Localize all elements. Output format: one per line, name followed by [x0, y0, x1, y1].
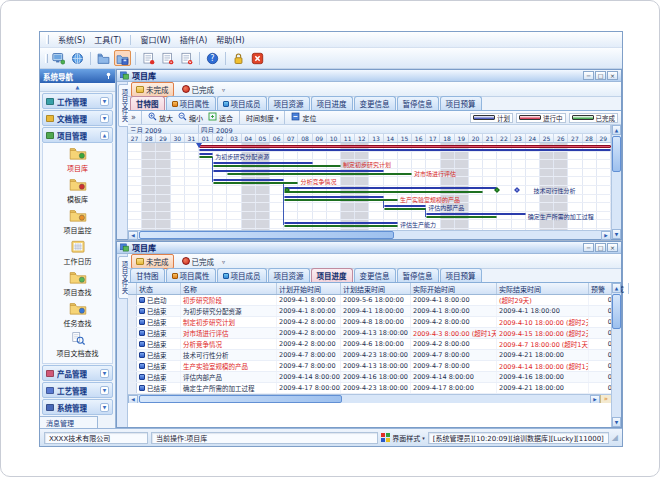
- row-selector[interactable]: [128, 383, 137, 393]
- tab-暂停信息[interactable]: 暂停信息: [397, 268, 439, 282]
- scroll-up-icon[interactable]: ▲: [612, 283, 621, 293]
- table-row[interactable]: 已结束评估内部产品2009-4-14 8:00:002009-4-16 18:0…: [128, 372, 611, 383]
- table-row[interactable]: 已结束确定生产所需的加工过程2009-4-17 8:00:002009-4-23…: [128, 383, 611, 394]
- row-selector[interactable]: [128, 317, 137, 327]
- column-header-计划开始时间[interactable]: 计划开始时间: [277, 283, 341, 294]
- zoom-out-button[interactable]: 缩小: [177, 112, 204, 123]
- column-header-实际开始时间[interactable]: 实际开始时间: [411, 283, 497, 294]
- sidebar-group[interactable]: 工艺管理▼: [42, 382, 113, 398]
- locate-button[interactable]: 定位: [290, 112, 317, 123]
- fit-button[interactable]: 适合: [207, 112, 234, 123]
- table-row[interactable]: 已结束为初步研究分配资源2009-4-1 8:00:002009-4-1 18:…: [128, 306, 611, 317]
- more-columns-icon[interactable]: »: [600, 395, 611, 403]
- sidebar-item-工作日历[interactable]: 工作日历: [43, 240, 112, 266]
- menu-item[interactable]: 窗口(W): [140, 34, 170, 45]
- report-icon-3[interactable]: [178, 50, 195, 66]
- sidebar-item-项目查找[interactable]: 项目查找: [43, 271, 112, 297]
- tab-overflow-icon[interactable]: ▿: [222, 86, 225, 93]
- resize-grip[interactable]: ◢: [612, 433, 618, 442]
- expand-icon[interactable]: ▼: [100, 369, 109, 378]
- sidebar-item-项目监控[interactable]: 项目监控: [43, 209, 112, 235]
- sidebar-group[interactable]: 工作管理▼: [42, 93, 113, 109]
- tab-项目进度[interactable]: 项目进度: [311, 96, 353, 110]
- tab-变更信息[interactable]: 变更信息: [354, 268, 396, 282]
- menu-item[interactable]: 系统(S): [58, 34, 85, 45]
- collapse-icon[interactable]: ▲: [100, 131, 109, 140]
- save-icon[interactable]: [114, 50, 131, 66]
- close-button[interactable]: ×: [607, 71, 618, 80]
- sidebar-item-项目库[interactable]: 项目库: [43, 147, 112, 173]
- gantt-hscrollbar[interactable]: ◀ ▶: [128, 230, 611, 239]
- table-row[interactable]: 已结束分析竞争情况2009-4-2 8:00:002009-4-6 18:00:…: [128, 339, 611, 350]
- expand-icon[interactable]: ▼: [100, 386, 109, 395]
- gantt-vscroll-track[interactable]: [612, 135, 621, 229]
- row-selector[interactable]: [128, 372, 137, 382]
- tab-变更信息[interactable]: 变更信息: [354, 96, 396, 110]
- gantt-vscroll-thumb[interactable]: [612, 136, 621, 172]
- report-icon-2[interactable]: [159, 50, 176, 66]
- row-selector[interactable]: [128, 306, 137, 316]
- column-header-实际结束时间[interactable]: 实际结束时间: [497, 283, 589, 294]
- table-row[interactable]: 已结束对市场进行评估2009-4-2 8:00:002009-4-13 18:0…: [128, 328, 611, 339]
- tab-未完成[interactable]: 未完成: [131, 254, 174, 269]
- tab-项目资源[interactable]: 项目资源: [268, 268, 310, 282]
- minimize-button[interactable]: ─: [583, 243, 594, 252]
- sidebar-collapse-button[interactable]: ▲: [40, 83, 115, 92]
- toolbar-overflow-icon[interactable]: »: [131, 113, 136, 122]
- sidebar-group[interactable]: 产品管理▼: [42, 365, 113, 381]
- tab-甘特图[interactable]: 甘特图: [130, 96, 165, 110]
- menu-item[interactable]: 插件(A): [180, 34, 208, 45]
- expand-icon[interactable]: ▼: [100, 403, 109, 412]
- table-vscrollbar[interactable]: ▲ ▼: [611, 283, 621, 427]
- sidebar-group[interactable]: 系统管理▼: [42, 399, 113, 415]
- tab-项目预算[interactable]: 项目预算: [440, 96, 482, 110]
- tab-暂停信息[interactable]: 暂停信息: [397, 96, 439, 110]
- expand-icon[interactable]: ▼: [100, 97, 109, 106]
- table-row[interactable]: 已启动初步研究阶段2009-4-1 8:00:002009-5-6 18:00:…: [128, 295, 611, 306]
- internet-icon[interactable]: [69, 50, 86, 66]
- row-selector[interactable]: [128, 328, 137, 338]
- scroll-left-icon[interactable]: ◀: [128, 231, 138, 240]
- table-vscroll-track[interactable]: [612, 293, 621, 417]
- lock-icon[interactable]: [230, 50, 247, 66]
- row-selector[interactable]: [128, 339, 137, 349]
- ui-style-selector[interactable]: 界面样式 ▾: [381, 433, 425, 443]
- table-row[interactable]: 已结束技术可行性分析2009-4-7 8:00:002009-4-23 18:0…: [128, 350, 611, 361]
- tab-message-management[interactable]: 消息管理: [40, 416, 98, 428]
- tab-未完成[interactable]: 未完成: [131, 82, 174, 97]
- table-hscroll-thumb[interactable]: [139, 395, 342, 403]
- table-vscroll-thumb[interactable]: [612, 294, 621, 329]
- gantt-body[interactable]: 为初步研究分配资源制定初步研究计划对市场进行评估分析竞争情况技术可行性分析生产实…: [128, 143, 611, 230]
- table-row[interactable]: 已结束制定初步研究计划2009-4-2 8:00:002009-4-8 18:0…: [128, 317, 611, 328]
- tab-项目预算[interactable]: 项目预算: [440, 268, 482, 282]
- tab-项目属性[interactable]: 项目属性: [166, 96, 216, 110]
- sidebar-group[interactable]: 项目管理▲: [42, 127, 113, 143]
- column-header-状态[interactable]: 状态: [137, 283, 181, 294]
- menu-item[interactable]: 工具(T): [94, 34, 121, 45]
- open-folder-icon[interactable]: [95, 50, 112, 66]
- zoom-in-button[interactable]: 放大: [147, 112, 174, 123]
- scroll-up-icon[interactable]: ▲: [612, 125, 621, 135]
- tab-项目成员[interactable]: 项目成员: [217, 96, 267, 110]
- tab-项目进度[interactable]: 项目进度: [311, 268, 353, 282]
- row-selector[interactable]: [128, 361, 137, 371]
- table-hscrollbar[interactable]: ◀ ▶ »: [128, 394, 611, 403]
- gantt-vscrollbar[interactable]: ▲ ▼: [611, 125, 621, 239]
- gantt-hscroll-thumb[interactable]: [139, 231, 394, 239]
- sidebar-item-模板库[interactable]: 模板库: [43, 178, 112, 204]
- help-icon[interactable]: ?: [204, 50, 221, 66]
- table-row[interactable]: 已结束生产实验室规模的产品2009-4-7 8:00:002009-4-13 1…: [128, 361, 611, 372]
- column-header-计划结束时间[interactable]: 计划结束时间: [341, 283, 411, 294]
- tab-已完成[interactable]: 已完成: [177, 254, 220, 269]
- tab-甘特图[interactable]: 甘特图: [130, 268, 165, 282]
- minimize-button[interactable]: ─: [583, 71, 594, 80]
- scroll-right-icon[interactable]: ▶: [601, 231, 611, 240]
- report-icon-1[interactable]: [140, 50, 157, 66]
- scroll-down-icon[interactable]: ▼: [612, 417, 621, 427]
- computer-icon[interactable]: [50, 50, 67, 66]
- row-selector[interactable]: [128, 350, 137, 360]
- tab-已完成[interactable]: 已完成: [177, 82, 220, 97]
- sidebar-item-任务查找[interactable]: 任务查找: [43, 302, 112, 328]
- maximize-button[interactable]: □: [595, 243, 606, 252]
- row-selector[interactable]: [128, 295, 137, 305]
